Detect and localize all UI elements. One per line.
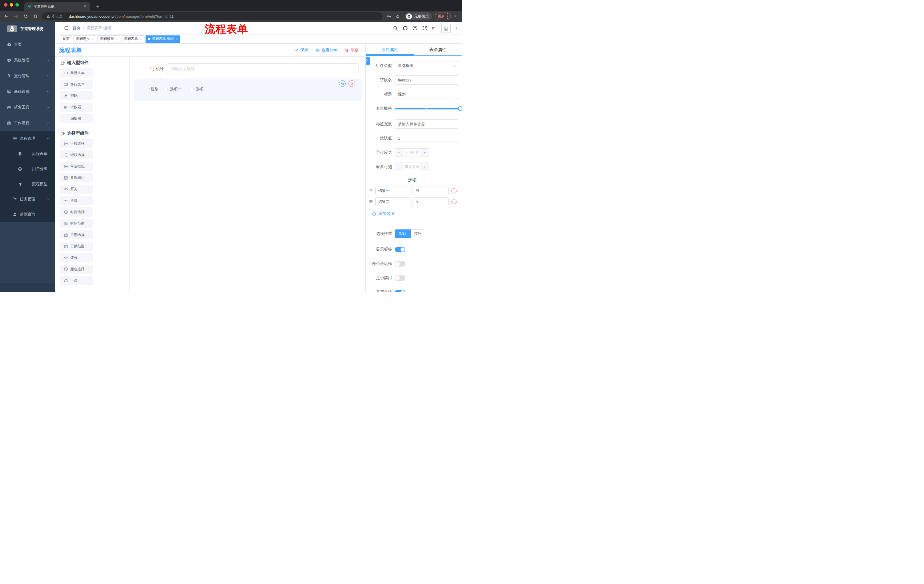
option-name-input[interactable] (375, 197, 411, 206)
palette-item-editor[interactable]: 编辑器 (60, 114, 92, 123)
view-json-button[interactable]: 查看json (316, 48, 337, 53)
address-bar[interactable]: 不安全 dashboard.yudao.iocoder.cn/bpm/manag… (42, 12, 383, 20)
delete-component-button[interactable] (348, 80, 355, 87)
sidebar-item-infrastructure[interactable]: 基础设施 (0, 84, 55, 99)
tab-home[interactable]: 首页 (60, 35, 72, 43)
sidebar-item-process-model[interactable]: 流程模型 (0, 176, 55, 191)
title-input[interactable] (395, 90, 459, 99)
border-toggle[interactable] (395, 261, 405, 267)
gender-option-1[interactable]: 选项一 (163, 87, 182, 92)
avatar-caret-icon[interactable]: ▼ (455, 27, 457, 30)
sidebar-item-process-form[interactable]: 流程表单 (0, 146, 55, 161)
forward-button[interactable] (13, 13, 20, 20)
palette-item-color-picker[interactable]: 颜色选择 (60, 265, 92, 274)
option-value-input[interactable] (412, 197, 449, 206)
close-icon[interactable]: × (140, 38, 142, 41)
minimize-window-button[interactable] (10, 3, 13, 7)
search-icon[interactable] (393, 25, 398, 31)
default-value-input[interactable] (395, 134, 459, 143)
kebab-menu-icon[interactable]: ••• (447, 13, 448, 20)
palette-item-switch[interactable]: 开关 (60, 184, 92, 194)
option-name-input[interactable] (375, 187, 411, 195)
zoom-window-button[interactable] (15, 3, 19, 7)
sidebar-item-leave-query[interactable]: 请假查询 (0, 207, 55, 222)
browser-tab[interactable]: 芋道管理系统 ✕ (24, 2, 90, 11)
sidebar-item-task-management[interactable]: 任务管理 (0, 191, 55, 207)
save-button[interactable]: 保存 (294, 48, 308, 53)
required-toggle[interactable] (395, 290, 405, 292)
copy-component-button[interactable] (339, 80, 346, 87)
palette-item-checkbox-group[interactable]: 多选框组 (60, 173, 92, 182)
palette-item-time-picker[interactable]: 时间选择 (60, 207, 92, 217)
style-default-button[interactable]: 默认 (395, 229, 411, 238)
browser-update-button[interactable]: 更新 ••• (435, 13, 451, 20)
canvas-field-phone[interactable]: *手机号 (134, 63, 358, 74)
palette-item-counter[interactable]: 计数器 (60, 102, 92, 112)
phone-input[interactable] (167, 63, 358, 74)
increase-button[interactable]: + (421, 148, 429, 156)
palette-item-time-range[interactable]: 时间范围 (60, 219, 92, 228)
checkbox[interactable] (163, 87, 168, 91)
palette-item-upload[interactable]: 上传 (60, 276, 92, 285)
toolbar-caret-icon[interactable]: ▼ (454, 15, 456, 18)
back-button[interactable] (3, 13, 10, 20)
option-value-input[interactable] (412, 187, 449, 195)
palette-item-date-range[interactable]: 日期范围 (60, 242, 92, 251)
close-window-button[interactable] (4, 3, 7, 7)
palette-item-cascader[interactable]: 级联选择 (60, 150, 92, 160)
tab-process-form[interactable]: 流程表单× (122, 35, 144, 43)
sidebar-item-devtools[interactable]: 研发工具 (0, 99, 55, 115)
new-tab-button[interactable]: + (94, 3, 101, 10)
palette-item-rate[interactable]: 评分 (60, 253, 92, 262)
gender-option-2[interactable]: 选项二 (190, 87, 208, 92)
drag-handle-icon[interactable] (368, 199, 373, 204)
drag-handle-icon[interactable] (368, 189, 373, 193)
not-secure-label[interactable]: 不安全 (52, 14, 63, 19)
close-tab-icon[interactable]: ✕ (82, 4, 87, 9)
palette-item-single-text[interactable]: 单行文本 (60, 68, 92, 77)
github-icon[interactable] (403, 25, 408, 31)
decrease-button[interactable]: − (395, 148, 403, 156)
remove-option-button[interactable]: − (451, 188, 457, 193)
component-type-select[interactable]: 多选框组 (395, 61, 459, 70)
max-select-input[interactable] (403, 163, 421, 171)
design-canvas[interactable]: *手机号 *性别 选项一 选项二 (130, 57, 365, 292)
tab-component-props[interactable]: 组件属性 (366, 44, 414, 56)
logo[interactable]: 芋道管理系统 (0, 22, 55, 36)
canvas-field-gender-selected[interactable]: *性别 选项一 选项二 (134, 79, 362, 100)
palette-item-password[interactable]: 密码 (60, 91, 92, 100)
menu-fold-icon[interactable] (63, 25, 69, 31)
slider-handle[interactable] (458, 106, 462, 111)
close-icon[interactable]: × (116, 38, 117, 41)
question-icon[interactable] (412, 25, 418, 31)
tab-form-props[interactable]: 表单属性 (414, 44, 462, 56)
checkbox[interactable] (190, 87, 193, 91)
sidebar-item-workflow[interactable]: 工作流程 (0, 115, 55, 131)
sidebar-item-system[interactable]: 系统管理 (0, 52, 55, 68)
palette-item-date-picker[interactable]: 日期选择 (60, 230, 92, 239)
fullscreen-icon[interactable] (422, 25, 427, 31)
label-width-input[interactable] (395, 119, 459, 128)
sidebar-item-home[interactable]: 首页 (0, 36, 55, 52)
decrease-button[interactable]: − (395, 163, 403, 171)
field-name-input[interactable] (395, 76, 459, 85)
tab-process-form-edit[interactable]: 流程表单-编辑× (145, 35, 180, 43)
slider-track[interactable] (395, 108, 462, 109)
tab-process-model[interactable]: 流程模型× (97, 35, 120, 43)
avatar[interactable] (441, 24, 450, 33)
show-label-toggle[interactable] (395, 247, 405, 252)
sidebar-item-payment[interactable]: ¥ 支付管理 (0, 68, 55, 84)
style-button-button[interactable]: 按钮 (411, 229, 425, 238)
add-option-button[interactable]: 添加选项 (372, 210, 462, 217)
breadcrumb-home[interactable]: 首页 (73, 25, 80, 31)
bookmark-star-icon[interactable] (395, 14, 400, 19)
panel-link-badge[interactable] (365, 57, 370, 65)
sidebar-item-user-group[interactable]: 用户分组 (0, 161, 55, 176)
palette-item-select[interactable]: 下拉选择 (60, 139, 92, 148)
palette-item-multi-text[interactable]: 多行文本 (60, 80, 92, 89)
reload-button[interactable] (22, 13, 29, 20)
palette-item-radio-group[interactable]: 单选框组 (60, 162, 92, 171)
window-controls[interactable] (4, 3, 19, 7)
tab-process-definition[interactable]: 流程定义× (73, 35, 96, 43)
clear-button[interactable]: 清空 (345, 48, 358, 53)
